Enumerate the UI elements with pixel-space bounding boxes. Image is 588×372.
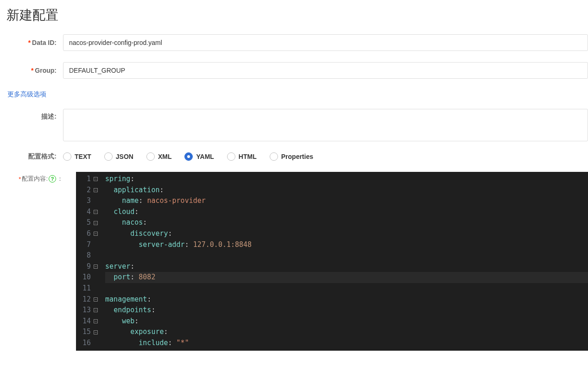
code-line: web: bbox=[105, 316, 588, 327]
row-format: 配置格式: TEXTJSONXMLYAMLHTMLProperties bbox=[6, 152, 588, 161]
format-option-yaml[interactable]: YAML bbox=[184, 152, 214, 161]
code-line: port: 8082 bbox=[105, 272, 588, 283]
editor-code-area[interactable]: spring: application: name: nacos-provide… bbox=[102, 172, 588, 351]
radio-icon bbox=[270, 152, 278, 161]
code-line: server-addr: 127.0.0.1:8848 bbox=[105, 240, 588, 251]
radio-label: TEXT bbox=[75, 153, 91, 160]
format-option-html[interactable]: HTML bbox=[227, 152, 257, 161]
row-content: *配置内容: ? ： 12345678910111213141516 sprin… bbox=[6, 172, 588, 351]
page-title: 新建配置 bbox=[6, 6, 588, 24]
code-line: spring: bbox=[105, 174, 588, 185]
format-option-text[interactable]: TEXT bbox=[63, 152, 91, 161]
code-line: management: bbox=[105, 294, 588, 305]
code-line: cloud: bbox=[105, 207, 588, 218]
gutter-line: 2 bbox=[82, 185, 99, 196]
advanced-options-link[interactable]: 更多高级选项 bbox=[7, 90, 46, 99]
code-line: include: "*" bbox=[105, 338, 588, 349]
row-desc: 描述: bbox=[6, 109, 588, 141]
gutter-line: 6 bbox=[82, 228, 99, 240]
gutter-line: 5 bbox=[82, 217, 99, 228]
format-option-json[interactable]: JSON bbox=[104, 152, 133, 161]
code-line: application: bbox=[105, 185, 588, 196]
code-line: endpoints: bbox=[105, 305, 588, 316]
gutter-line: 11 bbox=[82, 283, 99, 294]
code-line bbox=[105, 283, 588, 294]
gutter-line: 16 bbox=[82, 338, 99, 349]
code-editor[interactable]: 12345678910111213141516 spring: applicat… bbox=[76, 172, 588, 351]
code-line: exposure: bbox=[105, 327, 588, 338]
gutter-line: 9 bbox=[82, 261, 99, 272]
radio-icon bbox=[146, 152, 155, 161]
fold-icon[interactable] bbox=[94, 297, 98, 302]
gutter-line: 12 bbox=[82, 294, 99, 305]
fold-icon[interactable] bbox=[94, 308, 98, 312]
gutter-line: 10 bbox=[82, 272, 99, 283]
fold-icon[interactable] bbox=[94, 330, 98, 334]
code-line bbox=[105, 250, 588, 261]
label-desc: 描述: bbox=[6, 109, 63, 121]
gutter-line: 1 bbox=[82, 174, 99, 185]
radio-icon bbox=[104, 152, 113, 161]
radio-label: Properties bbox=[281, 153, 313, 160]
radio-icon bbox=[184, 152, 193, 161]
label-format: 配置格式: bbox=[6, 152, 63, 161]
code-line: discovery: bbox=[105, 228, 588, 240]
radio-label: XML bbox=[158, 153, 172, 160]
radio-label: YAML bbox=[196, 153, 214, 160]
input-desc[interactable] bbox=[63, 109, 588, 141]
gutter-line: 13 bbox=[82, 305, 99, 316]
gutter-line: 4 bbox=[82, 207, 99, 218]
fold-icon[interactable] bbox=[94, 221, 98, 225]
gutter-line: 15 bbox=[82, 327, 99, 338]
row-data-id: *Data ID: bbox=[6, 34, 588, 51]
input-data-id[interactable] bbox=[63, 34, 588, 51]
code-line: name: nacos-provider bbox=[105, 195, 588, 207]
gutter-line: 8 bbox=[82, 250, 99, 261]
gutter-line: 14 bbox=[82, 316, 99, 327]
fold-icon[interactable] bbox=[94, 188, 98, 192]
gutter-line: 3 bbox=[82, 195, 99, 207]
fold-icon[interactable] bbox=[94, 319, 98, 323]
gutter-line: 7 bbox=[82, 240, 99, 251]
label-content: *配置内容: ? ： bbox=[6, 172, 63, 183]
format-option-properties[interactable]: Properties bbox=[270, 152, 313, 161]
fold-icon[interactable] bbox=[94, 210, 98, 214]
code-line: server: bbox=[105, 261, 588, 272]
code-line: nacos: bbox=[105, 217, 588, 228]
input-group[interactable] bbox=[63, 62, 588, 79]
format-radio-group: TEXTJSONXMLYAMLHTMLProperties bbox=[63, 152, 313, 161]
label-group: *Group: bbox=[6, 67, 63, 74]
help-icon[interactable]: ? bbox=[49, 175, 56, 183]
row-group: *Group: bbox=[6, 62, 588, 79]
radio-icon bbox=[63, 152, 71, 161]
fold-icon[interactable] bbox=[94, 265, 98, 269]
label-data-id: *Data ID: bbox=[6, 39, 63, 46]
format-option-xml[interactable]: XML bbox=[146, 152, 172, 161]
radio-icon bbox=[227, 152, 235, 161]
fold-icon[interactable] bbox=[94, 232, 98, 236]
radio-label: HTML bbox=[239, 153, 257, 160]
fold-icon[interactable] bbox=[94, 177, 98, 181]
radio-label: JSON bbox=[116, 153, 133, 160]
editor-gutter: 12345678910111213141516 bbox=[76, 172, 102, 351]
